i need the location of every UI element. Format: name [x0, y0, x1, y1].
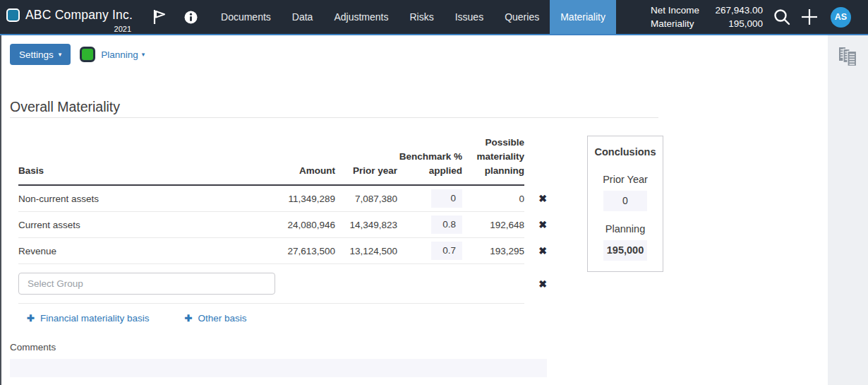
basis-cell: Current assets — [18, 220, 258, 230]
delete-row-button[interactable]: ✖ — [538, 193, 547, 204]
table-header-row: Basis Amount Prior year Benchmark % appl… — [18, 136, 524, 186]
prior-year-label: Prior Year — [588, 174, 663, 185]
nav-tab-queries[interactable]: Queries — [494, 0, 550, 34]
title-divider — [10, 117, 658, 118]
benchmark-input[interactable]: 0.7 — [431, 242, 462, 260]
app-window: ABC Company Inc. 2021 Documents Data Adj… — [0, 0, 868, 385]
plus-icon: ✚ — [27, 313, 35, 324]
materiality-label: Materiality — [651, 18, 699, 29]
info-icon[interactable] — [184, 11, 198, 24]
user-avatar[interactable]: AS — [831, 7, 851, 28]
conclusions-title: Conclusions — [588, 146, 663, 158]
engagement-brand[interactable]: ABC Company Inc. 2021 — [0, 0, 133, 34]
main-nav: Documents Data Adjustments Risks Issues … — [210, 0, 616, 34]
add-basis-links: ✚ Financial materiality basis ✚ Other ba… — [18, 304, 524, 324]
search-icon[interactable] — [773, 8, 791, 26]
delete-row-button[interactable]: ✖ — [538, 219, 547, 230]
financial-summary: Net Income 267,943.00 Materiality 195,00… — [651, 5, 763, 29]
plus-icon: ✚ — [184, 313, 192, 324]
basis-cell: Non-current assets — [18, 194, 258, 204]
prior-year-cell: 7,087,380 — [335, 194, 397, 204]
nav-tab-risks[interactable]: Risks — [399, 0, 444, 34]
prior-year-cell: 13,124,500 — [335, 246, 397, 256]
page-toolbar: Settings ▾ Planning ▾ — [10, 44, 145, 65]
new-basis-row: ✖ — [18, 264, 524, 304]
conclusions-panel: Conclusions Prior Year 0 Planning 195,00… — [587, 136, 663, 272]
documents-panel-icon[interactable] — [839, 47, 857, 67]
header-prior-year: Prior year — [335, 164, 397, 178]
amount-cell: 27,613,500 — [258, 246, 335, 256]
top-navbar: ABC Company Inc. 2021 Documents Data Adj… — [0, 0, 868, 35]
materiality-table: Basis Amount Prior year Benchmark % appl… — [18, 136, 524, 324]
add-other-basis-label: Other basis — [198, 313, 246, 324]
add-financial-basis-link[interactable]: ✚ Financial materiality basis — [27, 313, 149, 324]
right-side-panel — [828, 35, 868, 385]
delete-row-button[interactable]: ✖ — [538, 245, 547, 256]
basis-cell: Revenue — [18, 246, 258, 256]
planning-conclusion-value: 195,000 — [603, 240, 647, 261]
page-title: Overall Materiality — [10, 99, 120, 115]
header-possible-materiality: Possible materiality planning — [462, 136, 524, 178]
possible-materiality-cell: 192,648 — [462, 220, 524, 230]
app-logo-icon[interactable] — [6, 8, 20, 22]
prior-year-cell: 14,349,823 — [335, 220, 397, 230]
settings-button-label: Settings — [19, 49, 54, 60]
engagement-year: 2021 — [114, 25, 131, 33]
planning-label: Planning — [588, 223, 663, 235]
nav-tab-adjustments[interactable]: Adjustments — [323, 0, 399, 34]
materiality-value: 195,000 — [708, 18, 763, 29]
net-income-value: 267,943.00 — [708, 5, 763, 16]
chevron-down-icon: ▾ — [142, 52, 145, 58]
benchmark-input[interactable]: 0.8 — [431, 215, 462, 234]
window-left-edge — [0, 35, 1, 385]
flag-icon[interactable] — [151, 8, 167, 25]
nav-tab-materiality[interactable]: Materiality — [550, 0, 616, 34]
prior-year-conclusion-value: 0 — [603, 191, 647, 211]
comments-section: Comments — [10, 342, 547, 377]
company-name: ABC Company Inc. — [25, 8, 133, 23]
header-amount: Amount — [258, 164, 335, 178]
settings-button[interactable]: Settings ▾ — [10, 44, 71, 65]
header-benchmark: Benchmark % applied — [397, 150, 462, 178]
add-icon[interactable] — [800, 7, 819, 27]
status-dropdown[interactable]: Planning ▾ — [80, 47, 145, 62]
benchmark-input[interactable]: 0 — [431, 189, 462, 208]
amount-cell: 11,349,289 — [258, 194, 335, 204]
nav-tab-data[interactable]: Data — [282, 0, 324, 34]
chevron-down-icon: ▾ — [59, 52, 62, 58]
comments-label: Comments — [10, 342, 547, 353]
amount-cell: 24,080,946 — [258, 220, 335, 230]
table-row: Current assets 24,080,946 14,349,823 0.8… — [18, 212, 524, 238]
add-financial-basis-label: Financial materiality basis — [40, 313, 150, 324]
status-green-icon — [80, 47, 95, 62]
status-dropdown-label: Planning — [101, 49, 138, 60]
delete-row-button[interactable]: ✖ — [538, 278, 547, 290]
add-other-basis-link[interactable]: ✚ Other basis — [184, 313, 246, 324]
nav-tab-documents[interactable]: Documents — [210, 0, 282, 34]
select-group-input[interactable] — [18, 273, 275, 295]
header-basis: Basis — [18, 164, 258, 178]
table-row: Revenue 27,613,500 13,124,500 0.7 193,29… — [18, 238, 524, 264]
possible-materiality-cell: 193,295 — [462, 246, 524, 256]
table-row: Non-current assets 11,349,289 7,087,380 … — [18, 186, 524, 212]
nav-tab-issues[interactable]: Issues — [445, 0, 494, 34]
comments-input[interactable] — [10, 359, 547, 377]
possible-materiality-cell: 0 — [462, 194, 524, 204]
net-income-label: Net Income — [651, 5, 699, 16]
